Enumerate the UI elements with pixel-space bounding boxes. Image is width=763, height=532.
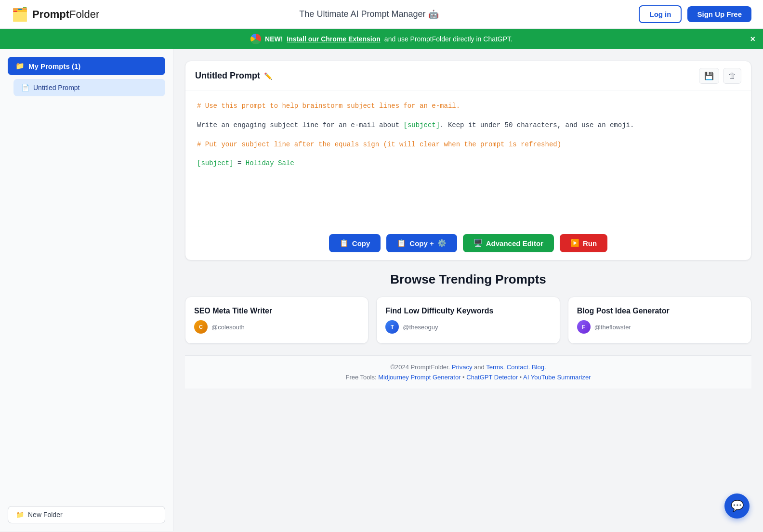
trending-grid: SEO Meta Title Writer C @colesouth Find …: [185, 297, 751, 344]
header-title-emoji: 🤖: [428, 9, 439, 20]
chat-button[interactable]: 💬: [724, 493, 750, 519]
login-button[interactable]: Log in: [639, 5, 682, 23]
document-icon: 📄: [21, 84, 29, 91]
main-layout: 📁 My Prompts (1) 📄 Untitled Prompt 📁 New…: [0, 49, 763, 531]
gear-icon: ⚙️: [437, 239, 447, 247]
trending-card-3[interactable]: Blog Post Idea Generator F @theflowster: [568, 297, 751, 344]
new-folder-label: New Folder: [28, 511, 63, 519]
avatar-2: T: [385, 320, 399, 334]
copyright-text: ©2024 PromptFolder.: [390, 363, 450, 371]
prompt-line2-var: [subject]: [403, 121, 440, 129]
prompt-body: # Use this prompt to help brainstorm sub…: [185, 91, 751, 226]
logo-part2: Folder: [69, 8, 99, 20]
save-prompt-button[interactable]: 💾: [699, 68, 719, 84]
prompt-line4-val: Holiday Sale: [246, 159, 294, 167]
prompt-title: Untitled Prompt ✏️: [195, 71, 272, 81]
prompt-footer: 📋 Copy 📋 Copy + ⚙️ 🖥️ Advanced Editor ▶️…: [185, 226, 751, 260]
prompt-title-text: Untitled Prompt: [195, 71, 260, 81]
free-tools-label: Free Tools:: [346, 374, 377, 381]
banner-suffix: and use PromptFolder directly in ChatGPT…: [384, 35, 513, 43]
prompt-line2-pre: Write an engaging subject line for an e-…: [197, 121, 403, 129]
edit-title-icon[interactable]: ✏️: [264, 72, 272, 80]
blog-link[interactable]: Blog: [532, 363, 544, 371]
header-actions: Log in Sign Up Free: [639, 5, 751, 23]
author-2-name: @theseoguy: [403, 324, 438, 331]
advanced-label: Advanced Editor: [486, 239, 543, 247]
banner-new-label: NEW!: [265, 35, 283, 43]
prompt-line4-mid: =: [234, 159, 246, 167]
run-icon: ▶️: [570, 239, 579, 247]
bullet2: •: [520, 374, 522, 381]
logo-part1: Prompt: [32, 8, 69, 20]
run-label: Run: [583, 239, 597, 247]
trending-card-2[interactable]: Find Low Difficulty Keywords T @theseogu…: [376, 297, 560, 344]
banner-link[interactable]: Install our Chrome Extension: [287, 35, 380, 43]
main-content: Untitled Prompt ✏️ 💾 🗑 # Use this prompt…: [173, 49, 763, 531]
copy-plus-label: Copy +: [409, 239, 434, 247]
save-icon: 💾: [704, 72, 714, 80]
prompt-card-header: Untitled Prompt ✏️ 💾 🗑: [185, 61, 751, 91]
signup-button[interactable]: Sign Up Free: [687, 6, 751, 22]
sidebar-folder-label: My Prompts (1): [28, 62, 80, 70]
contact-link[interactable]: Contact: [507, 363, 528, 371]
sidebar: 📁 My Prompts (1) 📄 Untitled Prompt 📁 New…: [0, 49, 173, 531]
prompt-line2-post: . Keep it under 50 characters, and use a…: [440, 121, 634, 129]
author-1-name: @colesouth: [211, 324, 245, 331]
prompt-header-actions: 💾 🗑: [699, 68, 741, 84]
delete-icon: 🗑: [728, 72, 736, 80]
new-folder-icon: 📁: [16, 511, 24, 519]
author-3-name: @theflowster: [594, 324, 631, 331]
trending-card-1-title: SEO Meta Title Writer: [194, 307, 359, 315]
trending-card-1[interactable]: SEO Meta Title Writer C @colesouth: [185, 297, 368, 344]
new-folder-button[interactable]: 📁 New Folder: [8, 506, 165, 523]
prompt-line-3: # Put your subject line after the equals…: [197, 139, 739, 151]
logo: 🗂️ PromptFolder: [12, 6, 99, 22]
sidebar-prompt-label: Untitled Prompt: [33, 84, 79, 91]
footer-tools-line: Free Tools: Midjourney Prompt Generator …: [197, 374, 740, 381]
footer-and: and: [474, 363, 485, 371]
header: 🗂️ PromptFolder The Ultimate AI Prompt M…: [0, 0, 763, 29]
chrome-icon: [250, 34, 261, 44]
footer: ©2024 PromptFolder. Privacy and Terms. C…: [185, 355, 751, 389]
banner-close-button[interactable]: ×: [750, 34, 755, 44]
copy-plus-button[interactable]: 📋 Copy + ⚙️: [386, 234, 457, 252]
trending-card-3-author: F @theflowster: [577, 320, 742, 334]
delete-prompt-button[interactable]: 🗑: [723, 68, 741, 84]
footer-copyright-line: ©2024 PromptFolder. Privacy and Terms. C…: [197, 363, 740, 371]
prompt-line-2: Write an engaging subject line for an e-…: [197, 120, 739, 131]
advanced-editor-button[interactable]: 🖥️ Advanced Editor: [463, 234, 554, 252]
trending-section: Browse Trending Prompts SEO Meta Title W…: [185, 272, 751, 344]
folder-icon: 📁: [15, 62, 25, 70]
privacy-link[interactable]: Privacy: [452, 363, 473, 371]
sidebar-my-prompts-folder[interactable]: 📁 My Prompts (1): [8, 57, 165, 75]
copy-label: Copy: [352, 239, 370, 247]
copy-plus-icon: 📋: [397, 239, 406, 247]
bullet1: •: [462, 374, 465, 381]
avatar-3: F: [577, 320, 591, 334]
copy-button[interactable]: 📋 Copy: [329, 234, 381, 252]
logo-text: PromptFolder: [32, 8, 99, 21]
chrome-extension-banner: NEW! Install our Chrome Extension and us…: [0, 29, 763, 49]
trending-card-3-title: Blog Post Idea Generator: [577, 307, 742, 315]
prompt-line4-pre: [subject]: [197, 159, 234, 167]
header-title-text: The Ultimate AI Prompt Manager: [299, 9, 425, 19]
tool3-link[interactable]: AI YouTube Summarizer: [523, 374, 591, 381]
run-button[interactable]: ▶️ Run: [560, 234, 607, 252]
chat-icon: 💬: [731, 500, 744, 512]
terms-link[interactable]: Terms: [486, 363, 503, 371]
trending-title: Browse Trending Prompts: [185, 272, 751, 287]
advanced-icon: 🖥️: [474, 239, 483, 247]
copy-icon: 📋: [340, 239, 349, 247]
prompt-line-4: [subject] = Holiday Sale: [197, 158, 739, 169]
trending-card-1-author: C @colesouth: [194, 320, 359, 334]
trending-card-2-title: Find Low Difficulty Keywords: [385, 307, 551, 315]
prompt-line-1: # Use this prompt to help brainstorm sub…: [197, 101, 739, 112]
logo-icon: 🗂️: [12, 6, 28, 22]
prompt-card: Untitled Prompt ✏️ 💾 🗑 # Use this prompt…: [185, 61, 751, 260]
avatar-1: C: [194, 320, 208, 334]
tool2-link[interactable]: ChatGPT Detector: [466, 374, 518, 381]
sidebar-item-untitled-prompt[interactable]: 📄 Untitled Prompt: [13, 79, 165, 96]
trending-card-2-author: T @theseoguy: [385, 320, 551, 334]
tool1-link[interactable]: Midjourney Prompt Generator: [378, 374, 460, 381]
header-title: The Ultimate AI Prompt Manager 🤖: [299, 9, 439, 20]
